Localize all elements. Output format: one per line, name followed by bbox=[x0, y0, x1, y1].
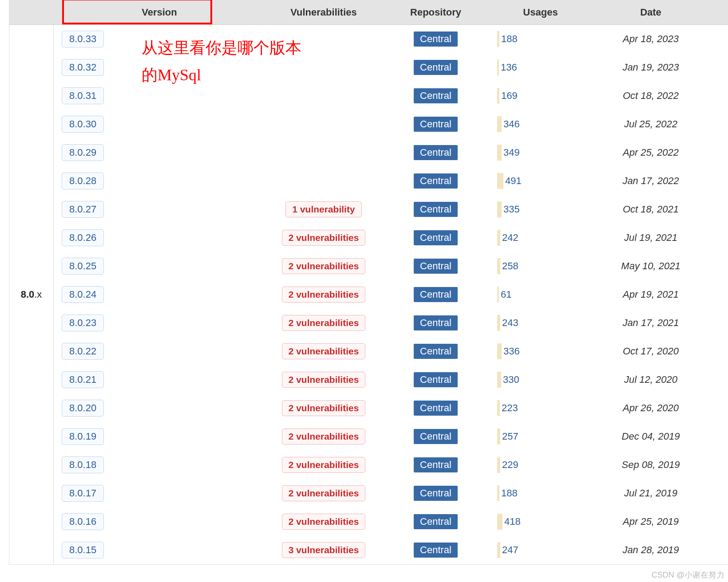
cell-vulnerabilities: 2 vulnerabilities bbox=[265, 343, 382, 359]
vulnerability-badge[interactable]: 2 vulnerabilities bbox=[282, 287, 366, 303]
cell-version: 8.0.25 bbox=[54, 258, 265, 275]
version-link[interactable]: 8.0.15 bbox=[62, 542, 104, 558]
usages-link[interactable]: 330 bbox=[503, 374, 519, 385]
cell-repository: Central bbox=[382, 287, 489, 302]
version-link[interactable]: 8.0.27 bbox=[62, 201, 104, 218]
cell-date: Jan 28, 2019 bbox=[592, 544, 710, 556]
cell-version: 8.0.20 bbox=[54, 400, 265, 417]
usages-link[interactable]: 61 bbox=[501, 289, 511, 300]
version-link[interactable]: 8.0.28 bbox=[62, 173, 104, 189]
repository-badge[interactable]: Central bbox=[414, 230, 458, 245]
version-link[interactable]: 8.0.20 bbox=[62, 400, 104, 417]
repository-badge[interactable]: Central bbox=[414, 372, 458, 387]
cell-date: Jan 17, 2022 bbox=[592, 175, 710, 187]
vulnerability-badge[interactable]: 2 vulnerabilities bbox=[282, 457, 366, 473]
usages-link[interactable]: 335 bbox=[503, 204, 520, 215]
vulnerability-badge[interactable]: 2 vulnerabilities bbox=[282, 400, 366, 416]
vulnerability-badge[interactable]: 2 vulnerabilities bbox=[282, 343, 366, 359]
repository-badge[interactable]: Central bbox=[414, 259, 458, 274]
repository-badge[interactable]: Central bbox=[414, 31, 458, 47]
repository-badge[interactable]: Central bbox=[414, 486, 458, 501]
version-link[interactable]: 8.0.23 bbox=[62, 315, 104, 331]
cell-date: Apr 19, 2021 bbox=[592, 289, 710, 300]
usages-link[interactable]: 188 bbox=[501, 488, 518, 499]
cell-version: 8.0.31 bbox=[54, 87, 265, 104]
version-link[interactable]: 8.0.25 bbox=[62, 258, 104, 275]
vulnerability-badge[interactable]: 2 vulnerabilities bbox=[282, 315, 366, 331]
cell-usages: 491 bbox=[489, 173, 592, 189]
version-link[interactable]: 8.0.29 bbox=[62, 144, 104, 161]
repository-badge[interactable]: Central bbox=[414, 145, 458, 160]
usages-link[interactable]: 418 bbox=[504, 516, 521, 527]
usage-bar-icon bbox=[497, 258, 500, 274]
usages-link[interactable]: 247 bbox=[502, 544, 518, 556]
vulnerability-badge[interactable]: 2 vulnerabilities bbox=[282, 514, 366, 530]
table-row: 8.0.32Central136Jan 19, 2023 bbox=[54, 53, 728, 82]
version-link[interactable]: 8.0.22 bbox=[62, 343, 104, 360]
repository-badge[interactable]: Central bbox=[414, 287, 458, 302]
table-row: 8.0.242 vulnerabilitiesCentral61Apr 19, … bbox=[54, 280, 728, 309]
usages-link[interactable]: 258 bbox=[502, 260, 518, 272]
cell-vulnerabilities: 2 vulnerabilities bbox=[265, 372, 382, 388]
cell-repository: Central bbox=[382, 117, 489, 132]
usages-link[interactable]: 349 bbox=[503, 147, 520, 158]
usage-bar-icon bbox=[497, 315, 500, 331]
usages-link[interactable]: 257 bbox=[502, 431, 518, 442]
repository-badge[interactable]: Central bbox=[414, 60, 458, 75]
version-link[interactable]: 8.0.21 bbox=[62, 371, 104, 388]
cell-vulnerabilities: 2 vulnerabilities bbox=[265, 514, 382, 530]
usages-link[interactable]: 169 bbox=[501, 90, 518, 102]
cell-vulnerabilities: 2 vulnerabilities bbox=[265, 485, 382, 501]
cell-vulnerabilities: 2 vulnerabilities bbox=[265, 230, 382, 246]
cell-date: Jul 12, 2020 bbox=[592, 374, 710, 385]
version-link[interactable]: 8.0.33 bbox=[62, 31, 104, 47]
repository-badge[interactable]: Central bbox=[414, 344, 458, 359]
vulnerability-badge[interactable]: 2 vulnerabilities bbox=[282, 372, 366, 388]
repository-badge[interactable]: Central bbox=[414, 514, 458, 529]
cell-date: May 10, 2021 bbox=[592, 260, 710, 272]
cell-usages: 247 bbox=[489, 542, 592, 558]
usages-link[interactable]: 223 bbox=[502, 402, 518, 414]
table-row: 8.0.33Central188Apr 18, 2023 bbox=[54, 25, 728, 53]
version-link[interactable]: 8.0.32 bbox=[62, 59, 104, 76]
usages-link[interactable]: 229 bbox=[502, 459, 518, 471]
usages-link[interactable]: 136 bbox=[501, 62, 517, 73]
repository-badge[interactable]: Central bbox=[414, 543, 458, 558]
version-link[interactable]: 8.0.31 bbox=[62, 87, 104, 104]
vulnerability-badge[interactable]: 2 vulnerabilities bbox=[282, 485, 366, 501]
vulnerability-badge[interactable]: 1 vulnerability bbox=[285, 201, 361, 217]
repository-badge[interactable]: Central bbox=[414, 457, 458, 472]
usages-link[interactable]: 242 bbox=[502, 232, 518, 244]
cell-repository: Central bbox=[382, 486, 489, 501]
repository-badge[interactable]: Central bbox=[414, 401, 458, 416]
table-row: 8.0.222 vulnerabilitiesCentral336Oct 17,… bbox=[54, 337, 728, 366]
usages-link[interactable]: 491 bbox=[505, 175, 522, 187]
usages-link[interactable]: 243 bbox=[502, 317, 518, 329]
version-link[interactable]: 8.0.16 bbox=[62, 513, 104, 530]
usages-link[interactable]: 336 bbox=[503, 346, 520, 357]
vulnerability-badge[interactable]: 2 vulnerabilities bbox=[282, 258, 366, 274]
cell-date: Apr 26, 2020 bbox=[592, 402, 710, 414]
repository-badge[interactable]: Central bbox=[414, 117, 458, 132]
version-link[interactable]: 8.0.19 bbox=[62, 428, 104, 445]
vulnerability-badge[interactable]: 2 vulnerabilities bbox=[282, 429, 366, 444]
repository-badge[interactable]: Central bbox=[414, 88, 458, 103]
cell-version: 8.0.19 bbox=[54, 428, 265, 445]
vulnerability-badge[interactable]: 3 vulnerabilities bbox=[282, 542, 366, 558]
repository-badge[interactable]: Central bbox=[414, 429, 458, 444]
usage-bar-icon bbox=[497, 173, 503, 189]
usages-link[interactable]: 346 bbox=[503, 118, 520, 130]
version-link[interactable]: 8.0.26 bbox=[62, 229, 104, 246]
version-link[interactable]: 8.0.24 bbox=[62, 286, 104, 303]
cell-repository: Central bbox=[382, 60, 489, 75]
version-link[interactable]: 8.0.17 bbox=[62, 485, 104, 502]
vulnerability-badge[interactable]: 2 vulnerabilities bbox=[282, 230, 366, 246]
repository-badge[interactable]: Central bbox=[414, 202, 458, 217]
repository-badge[interactable]: Central bbox=[414, 173, 458, 189]
cell-usages: 188 bbox=[489, 485, 592, 501]
version-link[interactable]: 8.0.30 bbox=[62, 116, 104, 133]
repository-badge[interactable]: Central bbox=[414, 315, 458, 330]
version-link[interactable]: 8.0.18 bbox=[62, 456, 104, 473]
cell-date: Jul 25, 2022 bbox=[592, 118, 710, 130]
usages-link[interactable]: 188 bbox=[501, 33, 518, 45]
